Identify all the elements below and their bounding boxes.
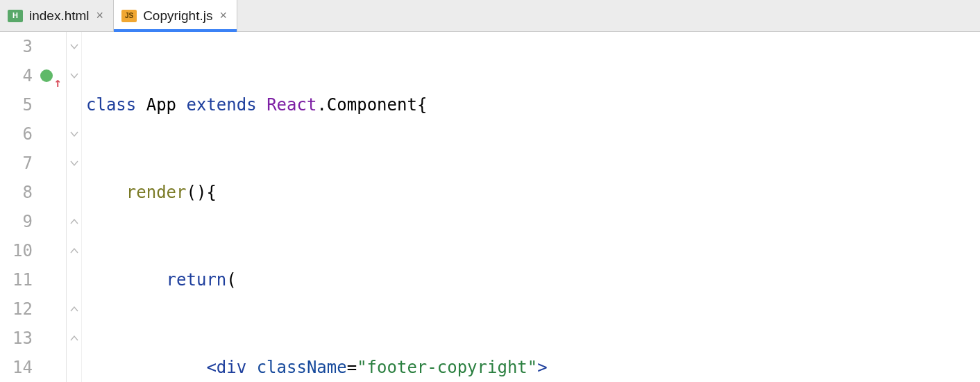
line-number: 7 xyxy=(0,149,33,178)
tab-copyright-js[interactable]: JS Copyright.js × xyxy=(114,0,237,31)
line-number: 5 xyxy=(0,90,33,119)
line-number: 9 xyxy=(0,207,33,236)
fold-toggle-icon[interactable] xyxy=(67,236,81,265)
code-line[interactable]: render(){ xyxy=(86,178,980,207)
tab-index-html[interactable]: H index.html × xyxy=(0,0,114,31)
fold-toggle-icon[interactable] xyxy=(67,324,81,353)
fold-toggle-icon[interactable] xyxy=(67,61,81,90)
html-file-icon: H xyxy=(7,9,24,23)
editor-tabbar: H index.html × JS Copyright.js × xyxy=(0,0,980,32)
js-file-icon: JS xyxy=(121,9,137,23)
code-line[interactable]: class App extends React.Component{ xyxy=(86,90,980,119)
fold-gutter xyxy=(67,32,82,382)
line-number: 3 xyxy=(0,32,33,61)
fold-toggle-icon[interactable] xyxy=(67,119,81,149)
close-icon[interactable]: × xyxy=(96,8,104,23)
tab-label: index.html xyxy=(29,8,90,24)
line-number: 8 xyxy=(0,178,33,207)
line-number: 13 xyxy=(0,324,33,353)
close-icon[interactable]: × xyxy=(219,8,227,23)
fold-toggle-icon[interactable] xyxy=(67,207,81,236)
gutter-implemented-icon[interactable]: ↑ xyxy=(40,69,53,82)
code-line[interactable]: <div className="footer-copyright"> xyxy=(86,353,980,382)
line-number: 4 xyxy=(0,61,33,90)
line-number: 12 xyxy=(0,294,33,324)
code-line[interactable]: return( xyxy=(86,265,980,294)
line-number: 11 xyxy=(0,265,33,294)
code-area[interactable]: class App extends React.Component{ rende… xyxy=(82,32,980,382)
code-editor[interactable]: 3 4 5 6 7 8 9 10 11 12 13 14 ↑ class App… xyxy=(0,32,980,382)
tab-label: Copyright.js xyxy=(143,8,212,24)
fold-toggle-icon[interactable] xyxy=(67,32,81,61)
line-number: 6 xyxy=(0,119,33,149)
line-number: 14 xyxy=(0,353,33,382)
fold-toggle-icon[interactable] xyxy=(67,149,81,178)
line-number-gutter: 3 4 5 6 7 8 9 10 11 12 13 14 ↑ xyxy=(0,32,67,382)
line-number: 10 xyxy=(0,236,33,265)
fold-toggle-icon[interactable] xyxy=(67,294,81,324)
